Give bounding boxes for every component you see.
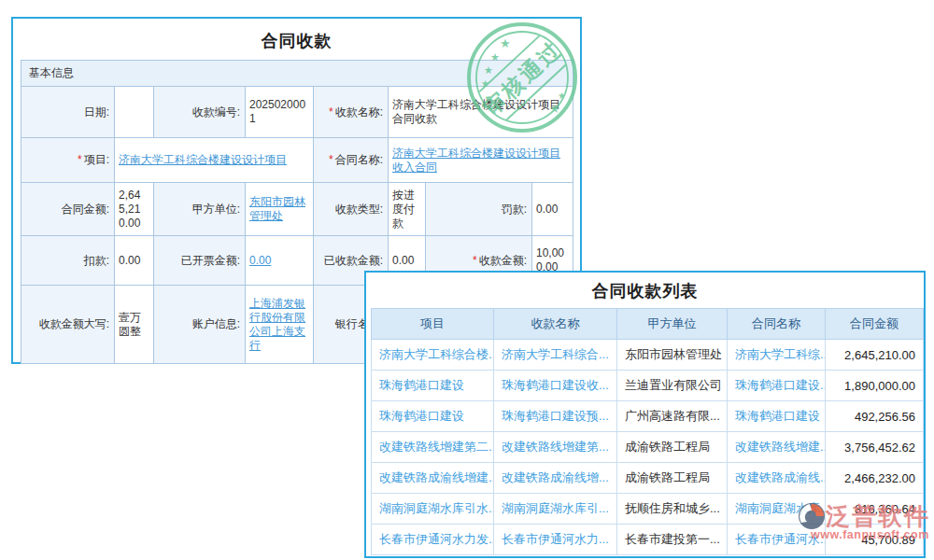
cell-party-a: 长春市建投第一... [617, 525, 728, 555]
account-info-label: 账户信息: [154, 286, 246, 364]
cell-contract-name[interactable]: 济南大学工科综... [728, 340, 826, 371]
cell-receipt-name[interactable]: 长春市伊通河水力... [494, 525, 617, 555]
section-title: 基本信息 [21, 61, 573, 87]
form-title: 合同收款 [13, 19, 580, 60]
party-a-value: 东阳市园林管理处 [246, 183, 314, 236]
amount-words-value: 壹万圆整 [115, 286, 154, 364]
cell-contract-name[interactable]: 湖南洞庭湖水库... [728, 494, 826, 525]
cell-project[interactable]: 改建铁路线增建第二... [372, 432, 494, 463]
required-asterisk: * [329, 153, 333, 166]
required-asterisk: * [78, 153, 82, 166]
receipt-type-value: 按进度付款 [389, 183, 426, 236]
account-info-value: 上海浦发银行股份有限公司上海支行 [246, 286, 314, 364]
cell-contract-amount: 2,466,232.00 [826, 463, 924, 494]
cell-party-a: 东阳市园林管理处 [617, 340, 728, 371]
table-row[interactable]: 改建铁路成渝线增建...改建铁路成渝线增...成渝铁路工程局改建铁路成渝线...… [372, 463, 924, 494]
column-header-4[interactable]: 合同金额 [826, 309, 924, 340]
contract-name-link[interactable]: 济南大学工科综合楼建设设计项目收入合同 [392, 147, 560, 174]
cell-project[interactable]: 济南大学工科综合楼... [372, 340, 494, 371]
project-label: *项目: [21, 138, 115, 183]
cell-party-a: 成渝铁路工程局 [617, 463, 728, 494]
receipt-no-value: 2025020001 [246, 87, 314, 138]
cell-contract-amount: 2,645,210.00 [826, 340, 924, 371]
cell-contract-amount: 1,890,000.00 [826, 371, 924, 401]
party-a-label: 甲方单位: [154, 183, 246, 236]
contract-receipt-list-panel: 合同收款列表 项目收款名称甲方单位合同名称合同金额 济南大学工科综合楼...济南… [364, 271, 926, 558]
contract-name-label: *合同名称: [314, 138, 389, 183]
cell-project[interactable]: 改建铁路成渝线增建... [372, 463, 494, 494]
column-header-3[interactable]: 合同名称 [728, 309, 826, 340]
column-header-2[interactable]: 甲方单位 [617, 309, 728, 340]
list-header-row: 项目收款名称甲方单位合同名称合同金额 [372, 309, 924, 340]
contract-amount-label: 合同金额: [21, 183, 115, 236]
cell-contract-name[interactable]: 长春市伊通河水... [728, 525, 826, 555]
cell-receipt-name[interactable]: 改建铁路成渝线增... [494, 463, 617, 494]
date-label: 日期: [21, 87, 115, 138]
cell-party-a: 成渝铁路工程局 [617, 432, 728, 463]
penalty-value: 0.00 [532, 183, 573, 236]
section-header-row: 基本信息 [21, 61, 573, 87]
cell-party-a: 兰迪置业有限公司 [617, 371, 728, 401]
cell-contract-name[interactable]: 改建铁路成渝线... [728, 463, 826, 494]
cell-contract-amount: 816,360.64 [826, 494, 924, 525]
account-info-link[interactable]: 上海浦发银行股份有限公司上海支行 [249, 297, 305, 352]
table-row[interactable]: 济南大学工科综合楼...济南大学工科综合...东阳市园林管理处济南大学工科综..… [372, 340, 924, 371]
cell-receipt-name[interactable]: 珠海鹤港口建设预... [494, 401, 617, 432]
contract-name-value: 济南大学工科综合楼建设设计项目收入合同 [389, 138, 573, 183]
receipt-name-label: *收款名称: [314, 87, 389, 138]
cell-receipt-name[interactable]: 济南大学工科综合... [494, 340, 617, 371]
invoiced-amount-label: 已开票金额: [154, 236, 246, 286]
cell-receipt-name[interactable]: 改建铁路线增建第... [494, 432, 617, 463]
form-row-project: *项目: 济南大学工科综合楼建设设计项目 *合同名称: 济南大学工科综合楼建设设… [21, 138, 573, 183]
cell-contract-name[interactable]: 珠海鹤港口建设... [728, 371, 826, 401]
cell-project[interactable]: 珠海鹤港口建设 [372, 401, 494, 432]
project-link[interactable]: 济南大学工科综合楼建设设计项目 [119, 153, 287, 166]
cell-project[interactable]: 珠海鹤港口建设 [372, 371, 494, 401]
cell-project[interactable]: 长春市伊通河水力发... [372, 525, 494, 555]
required-asterisk: * [473, 254, 477, 267]
deduction-value: 0.00 [115, 236, 154, 286]
contract-amount-value: 2,645,210.00 [115, 183, 154, 236]
date-value[interactable] [115, 87, 154, 138]
cell-party-a: 抚顺住房和城乡... [617, 494, 728, 525]
cell-contract-amount: 45,700.89 [826, 525, 924, 555]
cell-receipt-name[interactable]: 湖南洞庭湖水库引... [494, 494, 617, 525]
receipt-list-table: 项目收款名称甲方单位合同名称合同金额 济南大学工科综合楼...济南大学工科综合.… [371, 308, 924, 555]
table-row[interactable]: 珠海鹤港口建设珠海鹤港口建设收...兰迪置业有限公司珠海鹤港口建设...1,89… [372, 371, 924, 401]
table-row[interactable]: 湖南洞庭湖水库引水...湖南洞庭湖水库引...抚顺住房和城乡...湖南洞庭湖水库… [372, 494, 924, 525]
receipt-name-value: 济南大学工科综合楼建设设计项目合同收款 [389, 87, 573, 138]
cell-receipt-name[interactable]: 珠海鹤港口建设收... [494, 371, 617, 401]
form-row-date: 日期: 收款编号: 2025020001 *收款名称: 济南大学工科综合楼建设设… [21, 87, 573, 138]
required-asterisk: * [329, 105, 333, 119]
invoiced-amount-link[interactable]: 0.00 [249, 254, 271, 267]
cell-contract-amount: 3,756,452.62 [826, 432, 924, 463]
deduction-label: 扣款: [21, 236, 115, 286]
column-header-0[interactable]: 项目 [372, 309, 494, 340]
table-row[interactable]: 珠海鹤港口建设珠海鹤港口建设预...广州高速路有限...珠海鹤港口建设492,2… [372, 401, 924, 432]
form-row-amounts: 合同金额: 2,645,210.00 甲方单位: 东阳市园林管理处 收款类型: … [21, 183, 573, 236]
cell-contract-name[interactable]: 改建铁路线增建... [728, 432, 826, 463]
cell-project[interactable]: 湖南洞庭湖水库引水... [372, 494, 494, 525]
receipt-type-label: 收款类型: [314, 183, 389, 236]
amount-words-label: 收款金额大写: [21, 286, 115, 364]
project-value: 济南大学工科综合楼建设设计项目 [115, 138, 314, 183]
column-header-1[interactable]: 收款名称 [494, 309, 617, 340]
receipt-no-label: 收款编号: [154, 87, 246, 138]
list-table-body: 济南大学工科综合楼...济南大学工科综合...东阳市园林管理处济南大学工科综..… [372, 340, 924, 555]
cell-contract-name[interactable]: 珠海鹤港口建设 [728, 401, 826, 432]
list-title: 合同收款列表 [366, 273, 924, 308]
table-row[interactable]: 长春市伊通河水力发...长春市伊通河水力...长春市建投第一...长春市伊通河水… [372, 525, 924, 555]
party-a-link[interactable]: 东阳市园林管理处 [249, 195, 305, 222]
invoiced-amount-value: 0.00 [246, 236, 314, 286]
cell-contract-amount: 492,256.56 [826, 401, 924, 432]
table-row[interactable]: 改建铁路线增建第二...改建铁路线增建第...成渝铁路工程局改建铁路线增建...… [372, 432, 924, 463]
cell-party-a: 广州高速路有限... [617, 401, 728, 432]
penalty-label: 罚款: [426, 183, 532, 236]
